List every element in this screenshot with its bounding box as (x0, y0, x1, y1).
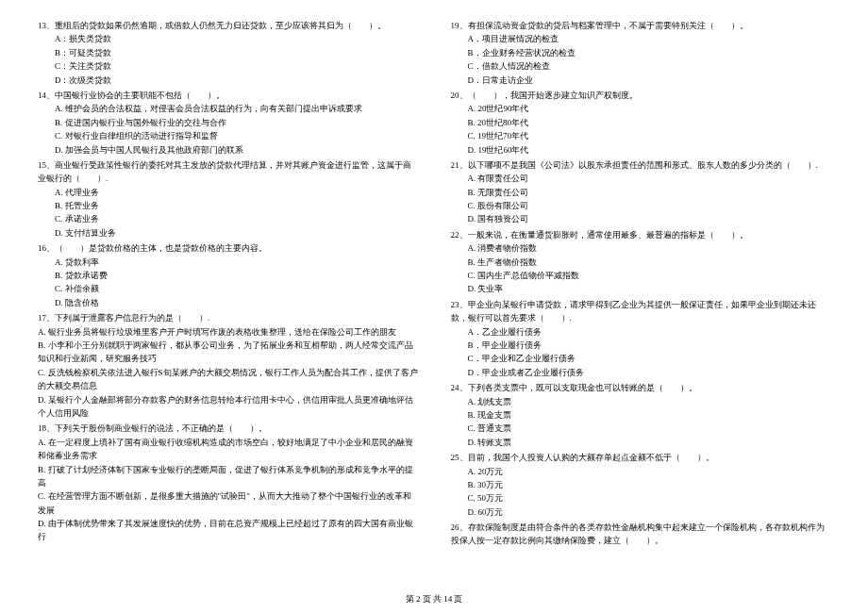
option-b: B. 30万元 (451, 478, 831, 491)
question-text: 22、一般来说，在衡量通货膨胀时，通常使用最多、最普遍的指标是（ ）。 (451, 228, 831, 241)
option-d: D. 隐含价格 (38, 296, 418, 309)
question-text: 26、存款保险制度是由符合条件的各类存款性金融机构集中起来建立一个保险机构，各存… (451, 521, 831, 548)
question-15: 15、商业银行受政策性银行的委托对其主发放的贷款代理结算，并对其账户资金进行监管… (38, 158, 418, 240)
option-c: C. 19世纪70年代 (451, 129, 831, 142)
option-c: C. 对银行业自律组织的活动进行指导和监督 (38, 129, 418, 142)
question-text: 14、中国银行业协会的主要职能不包括（ ）。 (38, 89, 418, 102)
option-a: A. 代理业务 (38, 186, 418, 199)
question-19: 19、有担保流动资金贷款的贷后与档案管理中，不属于需要特别关注（ ）。 A．项目… (451, 19, 831, 87)
question-text: 17、下列属于泄露客户信息行为的是（ ）. (38, 311, 418, 324)
question-16: 16、（ ）是贷款价格的主体，也是贷款价格的主要内容。 A. 贷款利率 B. 贷… (38, 241, 418, 309)
option-b: B．甲企业履行债务 (451, 339, 831, 352)
question-22: 22、一般来说，在衡量通货膨胀时，通常使用最多、最普遍的指标是（ ）。 A. 消… (451, 228, 831, 296)
option-c: C．甲企业和乙企业履行债务 (451, 352, 831, 365)
option-b: B．企业财务经营状况的检查 (451, 46, 831, 59)
question-14: 14、中国银行业协会的主要职能不包括（ ）。 A. 维护会员的合法权益，对侵害会… (38, 89, 418, 157)
question-26: 26、存款保险制度是由符合条件的各类存款性金融机构集中起来建立一个保险机构，各存… (451, 521, 831, 548)
question-text: 20、（ ），我国开始逐步建立知识产权制度。 (451, 89, 831, 102)
question-23: 23、甲企业向某银行申请贷款，请求甲得到乙企业为其提供一般保证责任，如果甲企业到… (451, 298, 831, 379)
page-footer: 第 2 页 共 14 页 (0, 592, 868, 605)
option-c: C. 反洗钱检察机关依法进入银行S旬某账户的大额交易情况，银行工作人员为配合其工… (38, 366, 418, 393)
option-b: B. 现金支票 (451, 408, 831, 422)
question-text: 25、目前，我国个人投资人认购的大额存单起点金额不低于（ ）。 (451, 451, 831, 464)
right-column: 19、有担保流动资金贷款的贷后与档案管理中，不属于需要特别关注（ ）。 A．项目… (451, 19, 831, 550)
option-d: D．甲企业或者乙企业履行债务 (451, 366, 831, 379)
question-text: 21、以下哪项不是我国《公司法》以股东承担责任的范围和形式、股东人数的多少分类的… (451, 158, 831, 172)
question-text: 15、商业银行受政策性银行的委托对其主发放的贷款代理结算，并对其账户资金进行监管… (38, 158, 418, 186)
option-c: C. 普通支票 (451, 422, 831, 435)
option-a: A. 银行业务员将银行垃圾堆里客户开户时填写作废的表格收集整理，送给在保险公司工… (38, 325, 418, 339)
option-a: A：损失类贷款 (38, 32, 418, 45)
option-a: A. 20世纪90年代 (451, 102, 831, 115)
option-b: B：可疑类贷款 (38, 46, 418, 59)
option-d: D：次级类贷款 (38, 74, 418, 87)
question-text: 16、（ ）是贷款价格的主体，也是贷款价格的主要内容。 (38, 241, 418, 255)
option-d: D. 60万元 (451, 505, 831, 519)
left-column: 13、重组后的贷款如果仍然逾期，或借款人仍然无力归还贷款，至少应该将其归为（ ）… (38, 19, 418, 550)
option-a: A. 消费者物价指数 (451, 241, 831, 255)
option-d: D．日常走访企业 (451, 74, 831, 87)
question-24: 24、下列各类支票中，既可以支取现金也可以转账的是（ ）。 A. 划线支票 B.… (451, 381, 831, 449)
option-d: D. 支付结算业务 (38, 226, 418, 240)
option-b: B. 贷款承诺费 (38, 269, 418, 282)
option-d: D. 某银行个人金融部将部分存款客户的财务信息转给本行信用卡中心，供信用审批人员… (38, 393, 418, 421)
option-c: C. 承诺业务 (38, 212, 418, 225)
question-17: 17、下列属于泄露客户信息行为的是（ ）. A. 银行业务员将银行垃圾堆里客户开… (38, 311, 418, 420)
question-21: 21、以下哪项不是我国《公司法》以股东承担责任的范围和形式、股东人数的多少分类的… (451, 158, 831, 226)
option-c: C. 50万元 (451, 491, 831, 505)
question-text: 18、下列关于股份制商业银行的说法，不正确的是（ ）。 (38, 422, 418, 435)
option-a: A. 划线支票 (451, 395, 831, 408)
option-b: B. 小李和小王分别就职于两家银行，都从事公司业务，为了拓展业务和互相帮助，两人… (38, 339, 418, 366)
option-a: A．乙企业履行债务 (451, 325, 831, 339)
option-c: C. 补偿余额 (38, 282, 418, 295)
option-b: B. 打破了计划经济体制下国家专业银行的垄断局面，促进了银行体系竞争机制的形成和… (38, 463, 418, 490)
option-a: A. 维护会员的合法权益，对侵害会员合法权益的行为，向有关部门提出申诉或要求 (38, 102, 418, 115)
option-d: D. 19世纪60年代 (451, 143, 831, 157)
option-b: B. 20世纪80年代 (451, 116, 831, 129)
option-a: A. 20万元 (451, 465, 831, 478)
question-text: 24、下列各类支票中，既可以支取现金也可以转账的是（ ）。 (451, 381, 831, 394)
question-20: 20、（ ），我国开始逐步建立知识产权制度。 A. 20世纪90年代 B. 20… (451, 89, 831, 157)
option-c: C. 股份有限公司 (451, 199, 831, 212)
option-b: B. 托管业务 (38, 199, 418, 212)
question-text: 23、甲企业向某银行申请贷款，请求甲得到乙企业为其提供一般保证责任，如果甲企业到… (451, 298, 831, 325)
option-b: B. 无限责任公司 (451, 186, 831, 199)
content-columns: 13、重组后的贷款如果仍然逾期，或借款人仍然无力归还贷款，至少应该将其归为（ ）… (38, 19, 830, 550)
question-25: 25、目前，我国个人投资人认购的大额存单起点金额不低于（ ）。 A. 20万元 … (451, 451, 831, 519)
option-c: C．借款人情况的检查 (451, 59, 831, 73)
option-c: C. 国内生产总值物价平减指数 (451, 269, 831, 282)
option-d: D. 由于体制优势带来了其发展速度快的优势，目前在总资产规模上已经超过了原有的四… (38, 517, 418, 544)
question-13: 13、重组后的贷款如果仍然逾期，或借款人仍然无力归还贷款，至少应该将其归为（ ）… (38, 19, 418, 87)
option-d: D. 国有独资公司 (451, 212, 831, 225)
option-a: A. 在一定程度上填补了国有商业银行收缩机构造成的市场空白，较好地满足了中小企业… (38, 436, 418, 463)
question-18: 18、下列关于股份制商业银行的说法，不正确的是（ ）。 A. 在一定程度上填补了… (38, 422, 418, 544)
option-c: C. 在经营管理方面不断创新，是很多重大措施的"试验田"，从而大大推动了整个中国… (38, 489, 418, 517)
option-d: D. 转账支票 (451, 436, 831, 449)
question-text: 19、有担保流动资金贷款的贷后与档案管理中，不属于需要特别关注（ ）。 (451, 19, 831, 32)
option-a: A. 有限责任公司 (451, 172, 831, 185)
option-a: A. 贷款利率 (38, 256, 418, 269)
question-text: 13、重组后的贷款如果仍然逾期，或借款人仍然无力归还贷款，至少应该将其归为（ ）… (38, 19, 418, 32)
option-d: D. 加强会员与中国人民银行及其他政府部门的联系 (38, 143, 418, 157)
option-d: D. 失业率 (451, 282, 831, 295)
option-b: B. 生产者物价指数 (451, 256, 831, 269)
option-a: A．项目进展情况的检查 (451, 32, 831, 45)
option-b: B. 促进国内银行业与国外银行业的交往与合作 (38, 116, 418, 129)
option-c: C：关注类贷款 (38, 59, 418, 73)
